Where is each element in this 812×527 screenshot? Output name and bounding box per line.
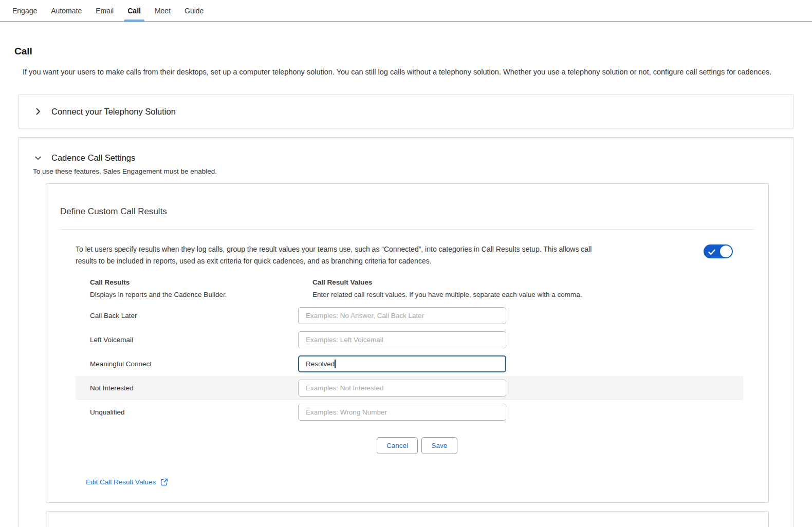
tab-engage[interactable]: Engage — [12, 7, 37, 21]
cancel-button[interactable]: Cancel — [377, 437, 418, 454]
call-result-value-input[interactable] — [298, 331, 506, 348]
telephony-panel-title: Connect your Telephony Solution — [51, 107, 176, 117]
table-row: Unqualified — [76, 400, 743, 424]
call-result-value-input[interactable] — [298, 307, 506, 324]
col-call-results-header: Call Results — [90, 278, 312, 286]
tab-email[interactable]: Email — [96, 7, 114, 21]
edit-call-result-values-link[interactable]: Edit Call Result Values — [86, 478, 156, 486]
top-nav: Engage Automate Email Call Meet Guide — [0, 0, 812, 22]
text-caret — [335, 360, 336, 368]
call-results-table: Call Back Later Left Voicemail Meaningfu… — [76, 304, 743, 424]
external-link-icon — [160, 478, 168, 486]
telephony-panel[interactable]: Connect your Telephony Solution — [19, 95, 793, 128]
check-icon — [708, 248, 715, 257]
card-divider — [60, 229, 754, 230]
tab-call[interactable]: Call — [127, 7, 141, 21]
table-row: Left Voicemail — [76, 328, 743, 352]
col-call-result-values-header: Call Result Values — [312, 278, 372, 286]
row-label: Unqualified — [90, 408, 298, 416]
row-label: Meaningful Connect — [90, 360, 298, 368]
call-results-toggle[interactable] — [704, 244, 733, 258]
col-call-results-subheader: Displays in reports and the Cadence Buil… — [90, 291, 312, 298]
row-label: Left Voicemail — [90, 336, 298, 344]
row-label: Call Back Later — [90, 312, 298, 319]
cadence-panel: Cadence Call Settings To use these featu… — [19, 137, 793, 527]
chevron-down-icon — [34, 155, 42, 161]
col-call-result-values-subheader: Enter related call result values. If you… — [312, 291, 582, 298]
call-result-value-input[interactable] — [298, 404, 506, 421]
card-title: Define Custom Call Results — [46, 206, 768, 217]
row-label: Not Interested — [90, 384, 298, 392]
table-row: Call Back Later — [76, 304, 743, 328]
tab-guide[interactable]: Guide — [184, 7, 204, 21]
call-result-value-input[interactable] — [298, 380, 506, 397]
cadence-panel-header[interactable]: Cadence Call Settings — [19, 138, 793, 163]
tab-automate[interactable]: Automate — [51, 7, 82, 21]
table-row: Not Interested — [76, 376, 743, 400]
main-content: Call If you want your users to make call… — [0, 22, 812, 78]
page-description: If you want your users to make calls fro… — [23, 66, 782, 78]
tab-meet[interactable]: Meet — [155, 7, 171, 21]
table-row: Meaningful Connect — [76, 352, 743, 376]
next-settings-card — [46, 511, 769, 527]
chevron-right-icon — [34, 107, 42, 116]
card-description: To let users specify results when they l… — [76, 243, 607, 267]
save-button[interactable]: Save — [421, 437, 457, 454]
page-title: Call — [14, 46, 798, 57]
call-results-card: Define Custom Call Results To let users … — [46, 183, 769, 503]
cadence-panel-title: Cadence Call Settings — [51, 153, 135, 163]
cadence-panel-note: To use these features, Sales Engagement … — [33, 167, 793, 175]
toggle-knob — [720, 246, 732, 257]
call-result-value-input-focused[interactable] — [298, 355, 506, 372]
